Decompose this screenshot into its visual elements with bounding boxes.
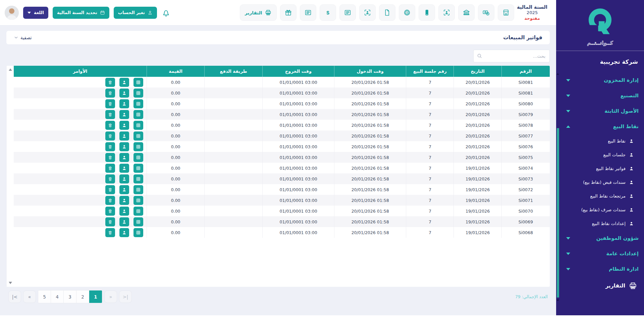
pagination-next[interactable]: » (104, 290, 117, 303)
customer-button[interactable] (119, 207, 129, 216)
notifications-bell-icon[interactable] (161, 8, 171, 17)
pagination-page-1[interactable]: 1 (89, 290, 102, 303)
delete-button[interactable] (105, 99, 115, 108)
pagination-first[interactable]: |< (8, 290, 21, 303)
sidebar-group-2[interactable]: الأصول الثابتة (556, 103, 644, 119)
shop-icon-button[interactable] (498, 4, 514, 21)
document-icon-button[interactable] (379, 4, 395, 21)
delete-button[interactable] (105, 121, 115, 130)
grid-button[interactable] (133, 110, 143, 119)
grid-button[interactable] (133, 131, 143, 141)
money-icon-button[interactable]: $ (478, 4, 494, 21)
sidebar-scrollbar-thumb[interactable] (557, 128, 559, 298)
pagination-last[interactable]: >| (119, 290, 132, 303)
sidebar-group-3[interactable]: نقاط البيع (556, 119, 644, 134)
customer-button[interactable] (119, 217, 129, 226)
grid-button[interactable] (133, 121, 143, 130)
select-financial-year-button[interactable]: تحديد السنة المالية (53, 7, 109, 19)
customer-button[interactable] (119, 164, 129, 173)
table-scrollbar[interactable] (6, 66, 14, 287)
coin-icon-button[interactable]: $ (399, 4, 415, 21)
mobile-icon-button[interactable] (419, 4, 435, 21)
sidebar-group-6[interactable]: ادارة النظام (556, 261, 644, 277)
grid-button[interactable] (133, 99, 143, 108)
pagination-page-4[interactable]: 4 (51, 290, 64, 303)
grid-button[interactable] (133, 153, 143, 162)
grid-button[interactable] (133, 174, 143, 183)
grid-button[interactable] (133, 89, 143, 98)
company-name: شركة تجريبية (556, 51, 644, 68)
customer-button[interactable] (119, 121, 129, 130)
customer-button[interactable] (119, 228, 129, 237)
sidebar-subitem[interactable]: مرتجعات نقاط البيع (556, 189, 644, 203)
grid-button[interactable] (133, 207, 143, 216)
sidebar-subitem[interactable]: سندات صرف (نقاط بيع) (556, 203, 644, 217)
sidebar-group-0[interactable]: إدارة المخزون (556, 72, 644, 88)
delete-button[interactable] (105, 78, 115, 87)
sidebar-subitem[interactable]: إعدادات نقاط البيع (556, 217, 644, 230)
delete-button[interactable] (105, 207, 115, 216)
delete-button[interactable] (105, 89, 115, 98)
customer-button[interactable] (119, 89, 129, 98)
gift-icon-button[interactable] (280, 4, 297, 21)
delete-button[interactable] (105, 153, 115, 162)
language-dropdown[interactable]: اللغة (23, 7, 48, 19)
sidebar-subitem[interactable]: فواتير نقاط البيع (556, 162, 644, 175)
delete-button[interactable] (105, 110, 115, 119)
sidebar-item-reports[interactable]: التقارير (556, 277, 644, 295)
person-scan-icon-button[interactable] (438, 4, 455, 21)
pagination-page-5[interactable]: 5 (38, 290, 51, 303)
customer-button[interactable] (119, 174, 129, 183)
delete-button[interactable] (105, 185, 115, 194)
sidebar-group-1[interactable]: التصنيع (556, 88, 644, 103)
user-avatar[interactable] (5, 6, 19, 20)
delete-button[interactable] (105, 174, 115, 183)
expand-arrow-icon (566, 79, 570, 82)
pagination-prev[interactable]: « (23, 290, 36, 303)
grid-button[interactable] (133, 185, 143, 194)
cell-entry: 01:58 20/01/2026 (334, 163, 406, 173)
grid-button[interactable] (133, 142, 143, 151)
pagination-page-2[interactable]: 2 (76, 290, 89, 303)
list-icon-button[interactable] (300, 4, 316, 21)
customer-button[interactable] (119, 153, 129, 162)
scroll-down-icon[interactable] (9, 282, 12, 284)
change-account-button[interactable]: تغير الحساب (114, 7, 157, 19)
bank-icon-button[interactable] (458, 4, 475, 21)
sidebar-subitem[interactable]: سندات قبض (نقاط بيع) (556, 175, 644, 189)
customer-button[interactable] (119, 78, 129, 87)
pagination-page-3[interactable]: 3 (64, 290, 76, 303)
list-icon-button[interactable] (339, 4, 356, 21)
sidebar-subitem[interactable]: نقاط البيع (556, 134, 644, 148)
person-scan-icon-button[interactable] (359, 4, 376, 21)
sidebar-group-5[interactable]: إعدادات عامة (556, 246, 644, 261)
sidebar-subitem[interactable]: جلسات البيع (556, 148, 644, 162)
grid-button[interactable] (133, 78, 143, 87)
filter-toggle[interactable]: تصفية (14, 35, 32, 40)
delete-button[interactable] (105, 164, 115, 173)
scroll-up-icon[interactable] (9, 68, 12, 71)
sidebar-group-4[interactable]: شؤون الموظفين (556, 230, 644, 246)
grid-button[interactable] (133, 217, 143, 226)
customer-button[interactable] (119, 99, 129, 108)
customer-button[interactable] (119, 196, 129, 205)
delete-button[interactable] (105, 142, 115, 151)
grid-button[interactable] (133, 228, 143, 237)
search-input[interactable] (473, 50, 550, 62)
scroll-up-icon[interactable] (556, 73, 559, 75)
reports-button[interactable]: التقارير (240, 4, 277, 21)
delete-button[interactable] (105, 131, 115, 141)
delete-button[interactable] (105, 228, 115, 237)
cell-date: 19/01/2026 (454, 173, 501, 184)
customer-button[interactable] (119, 110, 129, 119)
delete-button[interactable] (105, 196, 115, 205)
grid-button[interactable] (133, 196, 143, 205)
delete-button[interactable] (105, 217, 115, 226)
customer-button[interactable] (119, 131, 129, 141)
customer-button[interactable] (119, 185, 129, 194)
scroll-down-icon[interactable] (556, 300, 559, 301)
customer-button[interactable] (119, 142, 129, 151)
dollar-icon-button[interactable]: $ (320, 4, 336, 21)
grid-button[interactable] (133, 164, 143, 173)
sidebar-scrollbar[interactable] (556, 74, 559, 300)
